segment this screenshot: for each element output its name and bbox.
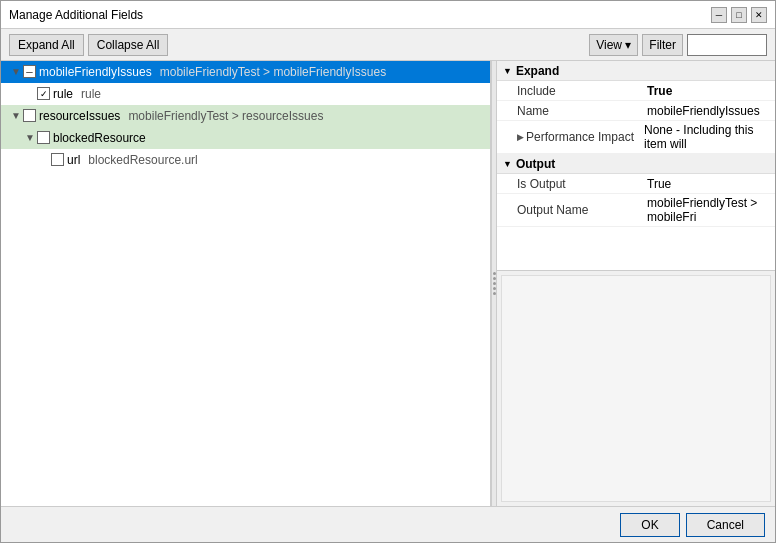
collapse-all-button[interactable]: Collapse All	[88, 34, 169, 56]
maximize-button[interactable]: □	[731, 7, 747, 23]
perf-arrow: ▶	[517, 132, 524, 142]
properties-bottom-panel	[501, 275, 771, 502]
right-panel: ▼ Expand Include True Name mobileFriendl…	[497, 61, 775, 506]
title-bar: Manage Additional Fields ─ □ ✕	[1, 1, 775, 29]
checkbox[interactable]	[51, 153, 64, 166]
resize-handle-dots	[493, 268, 496, 299]
performance-impact-value: None - Including this item will	[644, 123, 767, 151]
section-collapse-arrow: ▼	[503, 66, 512, 76]
include-row: Include True	[497, 81, 775, 101]
expand-icon: ▼	[9, 65, 23, 79]
tree-label: url	[67, 153, 80, 167]
output-name-label: Output Name	[517, 203, 647, 217]
name-label: Name	[517, 104, 647, 118]
dialog-title: Manage Additional Fields	[9, 8, 143, 22]
manage-additional-fields-dialog: Manage Additional Fields ─ □ ✕ Expand Al…	[0, 0, 776, 543]
tree-row[interactable]: ▼ resourceIssues mobileFriendlyTest > re…	[1, 105, 490, 127]
expand-icon	[23, 87, 37, 101]
tree-path: mobileFriendlyTest > mobileFriendlyIssue…	[160, 65, 386, 79]
tree-row[interactable]: ▼ mobileFriendlyIssues mobileFriendlyTes…	[1, 61, 490, 83]
expand-icon: ▼	[23, 131, 37, 145]
cancel-button[interactable]: Cancel	[686, 513, 765, 537]
output-name-row: Output Name mobileFriendlyTest > mobileF…	[497, 194, 775, 227]
properties-panel: ▼ Expand Include True Name mobileFriendl…	[497, 61, 775, 271]
include-label: Include	[517, 84, 647, 98]
output-name-value: mobileFriendlyTest > mobileFri	[647, 196, 767, 224]
toolbar: Expand All Collapse All View ▾ Filter	[1, 29, 775, 61]
expand-section-label: Expand	[516, 64, 559, 78]
is-output-label: Is Output	[517, 177, 647, 191]
tree-label: resourceIssues	[39, 109, 120, 123]
filter-input[interactable]	[687, 34, 767, 56]
filter-dropdown[interactable]: Filter	[642, 34, 683, 56]
include-value: True	[647, 84, 672, 98]
checkbox[interactable]	[37, 87, 50, 100]
tree-path: mobileFriendlyTest > resourceIssues	[128, 109, 323, 123]
minimize-button[interactable]: ─	[711, 7, 727, 23]
output-section-label: Output	[516, 157, 555, 171]
view-filter-area: View ▾ Filter	[589, 34, 767, 56]
is-output-row: Is Output True	[497, 174, 775, 194]
view-dropdown[interactable]: View ▾	[589, 34, 638, 56]
footer: OK Cancel	[1, 506, 775, 542]
tree-path: rule	[81, 87, 101, 101]
output-collapse-arrow: ▼	[503, 159, 512, 169]
tree-row[interactable]: rule rule	[1, 83, 490, 105]
tree-area: ▼ mobileFriendlyIssues mobileFriendlyTes…	[1, 61, 490, 506]
checkbox[interactable]	[37, 131, 50, 144]
tree-label: rule	[53, 87, 73, 101]
left-panel: ▼ mobileFriendlyIssues mobileFriendlyTes…	[1, 61, 491, 506]
ok-button[interactable]: OK	[620, 513, 679, 537]
performance-impact-row: ▶ Performance Impact None - Including th…	[497, 121, 775, 154]
expand-section-header[interactable]: ▼ Expand	[497, 61, 775, 81]
tree-path: blockedResource.url	[88, 153, 197, 167]
is-output-value: True	[647, 177, 671, 191]
close-button[interactable]: ✕	[751, 7, 767, 23]
name-value: mobileFriendlyIssues	[647, 104, 760, 118]
checkbox[interactable]	[23, 65, 36, 78]
expand-icon: ▼	[9, 109, 23, 123]
tree-row[interactable]: ▼ blockedResource	[1, 127, 490, 149]
tree-row[interactable]: url blockedResource.url	[1, 149, 490, 171]
performance-impact-label: Performance Impact	[526, 130, 644, 144]
tree-label: blockedResource	[53, 131, 146, 145]
main-content: ▼ mobileFriendlyIssues mobileFriendlyTes…	[1, 61, 775, 506]
expand-icon	[37, 153, 51, 167]
checkbox[interactable]	[23, 109, 36, 122]
tree-label: mobileFriendlyIssues	[39, 65, 152, 79]
output-section-header[interactable]: ▼ Output	[497, 154, 775, 174]
window-controls: ─ □ ✕	[711, 7, 767, 23]
name-row: Name mobileFriendlyIssues	[497, 101, 775, 121]
expand-all-button[interactable]: Expand All	[9, 34, 84, 56]
